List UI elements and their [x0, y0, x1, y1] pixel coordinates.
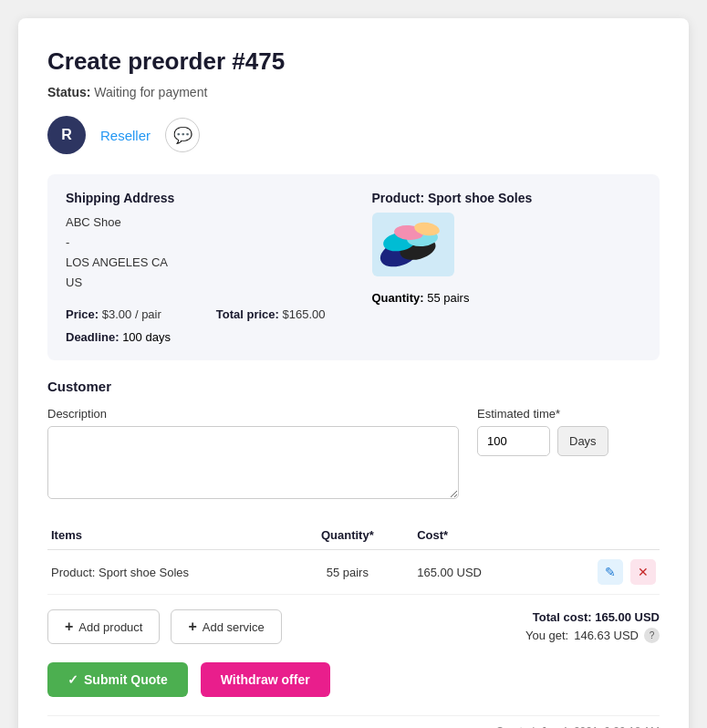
add-service-label: Add service [203, 620, 265, 634]
add-product-button[interactable]: + Add product [47, 609, 160, 644]
deadline-value: 100 days [122, 330, 171, 344]
you-get-value: 146.63 USD [574, 629, 639, 642]
total-cost-label: Total cost: [533, 610, 592, 624]
days-label: Days [557, 426, 608, 456]
city-state: LOS ANGELES CA [66, 253, 336, 273]
chat-button[interactable]: 💬 [165, 118, 200, 152]
col-cost: Cost* [399, 521, 546, 550]
reseller-link[interactable]: Reseller [100, 128, 151, 143]
estimated-time-wrapper: Estimated time* Days [477, 407, 660, 456]
chat-icon: 💬 [173, 126, 192, 145]
shipping-section: Shipping Address ABC Shoe - LOS ANGELES … [66, 191, 354, 344]
submit-quote-label: Submit Quote [84, 672, 168, 687]
total-price-label: Total price: [216, 307, 279, 321]
footer: Created: Jun 4, 2021, 9:39:18 AM [47, 715, 660, 728]
page-title: Create preorder #475 [47, 47, 660, 76]
est-time-input-row: Days [477, 426, 660, 456]
estimated-time-input[interactable] [477, 426, 550, 456]
quantity-label: Quantity: [372, 291, 424, 305]
item-quantity: 55 pairs [296, 550, 399, 595]
action-buttons: ✓ Submit Quote Withdraw offer [47, 662, 660, 697]
description-label: Description [47, 407, 459, 421]
price-label: Price: [66, 307, 99, 321]
customer-section: Customer Description Estimated time* Day… [47, 379, 660, 503]
address-dash: - [66, 233, 336, 253]
withdraw-offer-button[interactable]: Withdraw offer [201, 662, 330, 697]
col-items: Items [47, 521, 296, 550]
price-value: $3.00 / pair [102, 307, 161, 321]
status-row: Status: Waiting for payment [47, 85, 660, 99]
customer-title: Customer [47, 379, 660, 394]
you-get-row: You get: 146.63 USD ? [525, 628, 660, 643]
product-section: Product: Sport shoe Soles Quantity: 55 p… [354, 191, 642, 344]
col-quantity: Quantity* [296, 521, 399, 550]
you-get-label: You get: [525, 629, 568, 642]
status-label: Status: [47, 85, 90, 99]
quantity-value: 55 pairs [427, 291, 469, 305]
edit-item-button[interactable]: ✎ [598, 559, 623, 585]
status-value: Waiting for payment [94, 85, 207, 99]
info-symbol: ? [650, 630, 655, 640]
plus-icon-product: + [65, 619, 73, 635]
price-row: Price: $3.00 / pair Total price: $165.00 [66, 307, 336, 321]
deadline-label: Deadline: [66, 330, 120, 344]
total-cost-row: Total cost: 165.00 USD [525, 610, 660, 624]
quantity-row: Quantity: 55 pairs [372, 291, 470, 305]
company-name: ABC Shoe [66, 213, 336, 233]
product-label: Product: Sport shoe Soles [372, 191, 533, 205]
info-icon[interactable]: ? [644, 628, 660, 643]
withdraw-offer-label: Withdraw offer [221, 672, 310, 687]
total-price-value: $165.00 [283, 307, 326, 321]
totals-area: Total cost: 165.00 USD You get: 146.63 U… [525, 610, 660, 643]
item-cost: 165.00 USD [399, 550, 546, 595]
price-item: Price: $3.00 / pair [66, 307, 161, 321]
item-name: Product: Sport shoe Soles [47, 550, 296, 595]
bottom-actions-row: + Add product + Add service Total cost: … [47, 609, 660, 662]
avatar: R [47, 116, 86, 154]
description-field-wrapper: Description [47, 407, 459, 503]
delete-item-button[interactable]: ✕ [630, 559, 656, 585]
row-actions-cell: ✎ ✕ [547, 550, 660, 595]
submit-quote-button[interactable]: ✓ Submit Quote [47, 662, 188, 697]
shipping-label: Shipping Address [66, 191, 336, 205]
total-cost-value: 165.00 USD [595, 610, 660, 624]
items-table: Items Quantity* Cost* Product: Sport sho… [47, 521, 660, 595]
country: US [66, 273, 336, 293]
add-service-button[interactable]: + Add service [171, 609, 281, 644]
plus-icon-service: + [188, 619, 196, 635]
add-product-label: Add product [78, 620, 142, 634]
check-icon: ✓ [68, 672, 78, 687]
add-buttons-row: + Add product + Add service [47, 609, 282, 644]
description-textarea[interactable] [47, 426, 459, 499]
info-card: Shipping Address ABC Shoe - LOS ANGELES … [47, 174, 660, 360]
address-text: ABC Shoe - LOS ANGELES CA US [66, 213, 336, 293]
user-row: R Reseller 💬 [47, 116, 660, 154]
page-container: Create preorder #475 Status: Waiting for… [18, 18, 689, 728]
deadline-row: Deadline: 100 days [66, 330, 336, 344]
product-image [372, 213, 454, 276]
form-grid: Description Estimated time* Days [47, 407, 660, 503]
total-price-item: Total price: $165.00 [216, 307, 326, 321]
estimated-time-label: Estimated time* [477, 407, 660, 421]
table-row: Product: Sport shoe Soles 55 pairs 165.0… [47, 550, 660, 595]
